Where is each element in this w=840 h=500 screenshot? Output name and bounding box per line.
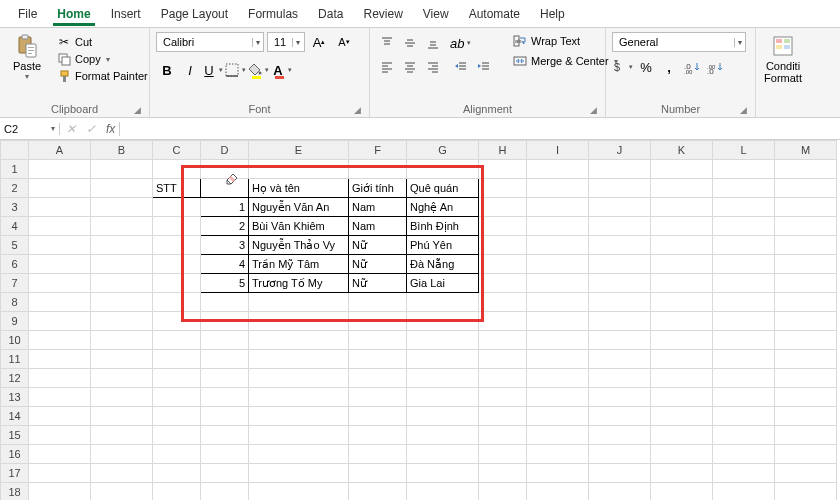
cell-E3[interactable]: Nguyễn Văn An <box>249 198 349 217</box>
cell-D8[interactable] <box>201 293 249 312</box>
cell-D14[interactable] <box>201 407 249 426</box>
increase-indent-button[interactable] <box>473 56 495 78</box>
cell-F10[interactable] <box>349 331 407 350</box>
cell-B9[interactable] <box>91 312 153 331</box>
cell-E11[interactable] <box>249 350 349 369</box>
enter-formula-icon[interactable]: ✓ <box>80 122 100 136</box>
cell-A15[interactable] <box>29 426 91 445</box>
cell-A13[interactable] <box>29 388 91 407</box>
cell-C18[interactable] <box>153 483 201 501</box>
cell-J15[interactable] <box>589 426 651 445</box>
cell-J4[interactable] <box>589 217 651 236</box>
cell-H13[interactable] <box>479 388 527 407</box>
cell-J8[interactable] <box>589 293 651 312</box>
cell-M13[interactable] <box>775 388 837 407</box>
cell-F1[interactable] <box>349 160 407 179</box>
cell-G12[interactable] <box>407 369 479 388</box>
cell-A2[interactable] <box>29 179 91 198</box>
cell-E17[interactable] <box>249 464 349 483</box>
cell-L8[interactable] <box>713 293 775 312</box>
cell-K9[interactable] <box>651 312 713 331</box>
cell-F14[interactable] <box>349 407 407 426</box>
cell-I1[interactable] <box>527 160 589 179</box>
cell-D1[interactable] <box>201 160 249 179</box>
align-left-button[interactable] <box>376 56 398 78</box>
cell-K2[interactable] <box>651 179 713 198</box>
cell-J16[interactable] <box>589 445 651 464</box>
cell-A5[interactable] <box>29 236 91 255</box>
cell-A11[interactable] <box>29 350 91 369</box>
cell-A16[interactable] <box>29 445 91 464</box>
cell-C3[interactable] <box>153 198 201 217</box>
cell-J12[interactable] <box>589 369 651 388</box>
row-header-16[interactable]: 16 <box>1 445 29 464</box>
cell-J6[interactable] <box>589 255 651 274</box>
cell-M8[interactable] <box>775 293 837 312</box>
cell-F12[interactable] <box>349 369 407 388</box>
cell-H11[interactable] <box>479 350 527 369</box>
cell-A1[interactable] <box>29 160 91 179</box>
col-header-E[interactable]: E <box>249 141 349 160</box>
cell-E14[interactable] <box>249 407 349 426</box>
cell-M18[interactable] <box>775 483 837 501</box>
cell-G9[interactable] <box>407 312 479 331</box>
cell-D6[interactable]: 4 <box>201 255 249 274</box>
sheet-table[interactable]: ABCDEFGHIJKLM12STTHọ và tênGiới tínhQuê … <box>0 140 837 500</box>
name-box[interactable]: C2 ▾ <box>0 123 60 135</box>
cell-I12[interactable] <box>527 369 589 388</box>
cell-H1[interactable] <box>479 160 527 179</box>
cell-L13[interactable] <box>713 388 775 407</box>
cell-J3[interactable] <box>589 198 651 217</box>
cell-F7[interactable]: Nữ <box>349 274 407 293</box>
tab-help[interactable]: Help <box>530 3 575 25</box>
cell-A10[interactable] <box>29 331 91 350</box>
row-header-15[interactable]: 15 <box>1 426 29 445</box>
cell-B4[interactable] <box>91 217 153 236</box>
cell-J11[interactable] <box>589 350 651 369</box>
cell-D2[interactable] <box>201 179 249 198</box>
cell-I11[interactable] <box>527 350 589 369</box>
dialog-launcher-icon[interactable]: ◢ <box>740 105 747 115</box>
cell-K14[interactable] <box>651 407 713 426</box>
cell-G2[interactable]: Quê quán <box>407 179 479 198</box>
decrease-decimal-button[interactable]: .00.0 <box>704 56 726 78</box>
cell-A7[interactable] <box>29 274 91 293</box>
cell-L9[interactable] <box>713 312 775 331</box>
orientation-button[interactable]: ab <box>450 32 472 54</box>
cell-F4[interactable]: Nam <box>349 217 407 236</box>
cell-A4[interactable] <box>29 217 91 236</box>
row-header-9[interactable]: 9 <box>1 312 29 331</box>
cell-B15[interactable] <box>91 426 153 445</box>
cell-D3[interactable]: 1 <box>201 198 249 217</box>
row-header-1[interactable]: 1 <box>1 160 29 179</box>
cell-D4[interactable]: 2 <box>201 217 249 236</box>
bold-button[interactable]: B <box>156 59 178 81</box>
cell-C16[interactable] <box>153 445 201 464</box>
cell-B8[interactable] <box>91 293 153 312</box>
cell-D18[interactable] <box>201 483 249 501</box>
cell-G6[interactable]: Đà Nẵng <box>407 255 479 274</box>
cell-L16[interactable] <box>713 445 775 464</box>
cell-I17[interactable] <box>527 464 589 483</box>
tab-data[interactable]: Data <box>308 3 353 25</box>
cell-E8[interactable] <box>249 293 349 312</box>
cell-G8[interactable] <box>407 293 479 312</box>
cell-C17[interactable] <box>153 464 201 483</box>
cell-F2[interactable]: Giới tính <box>349 179 407 198</box>
cell-I6[interactable] <box>527 255 589 274</box>
cell-G4[interactable]: Bình Định <box>407 217 479 236</box>
cell-H8[interactable] <box>479 293 527 312</box>
cell-G17[interactable] <box>407 464 479 483</box>
cell-D15[interactable] <box>201 426 249 445</box>
font-name-combo[interactable]: Calibri▾ <box>156 32 264 52</box>
cell-H17[interactable] <box>479 464 527 483</box>
cell-B16[interactable] <box>91 445 153 464</box>
cell-M10[interactable] <box>775 331 837 350</box>
cell-C11[interactable] <box>153 350 201 369</box>
cell-E2[interactable]: Họ và tên <box>249 179 349 198</box>
col-header-J[interactable]: J <box>589 141 651 160</box>
col-header-F[interactable]: F <box>349 141 407 160</box>
font-size-combo[interactable]: 11▾ <box>267 32 305 52</box>
cell-K18[interactable] <box>651 483 713 501</box>
cell-L17[interactable] <box>713 464 775 483</box>
